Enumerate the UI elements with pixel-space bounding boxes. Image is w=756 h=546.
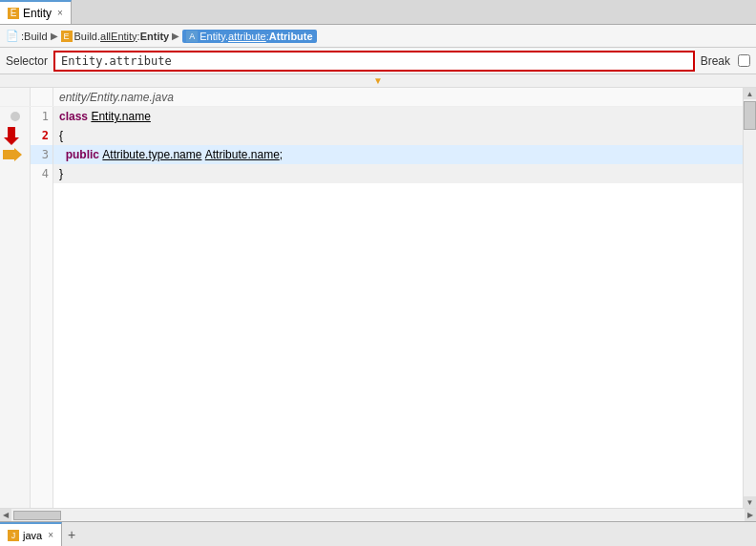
code-row-4: 4 } [0, 164, 743, 183]
scroll-down-icon: ▼ [746, 498, 754, 507]
scroll-up-icon: ▲ [746, 90, 754, 98]
linenum-1: 1 [31, 107, 53, 126]
linenum-filename [31, 88, 53, 106]
current-line-arrow-icon [3, 148, 22, 161]
linenum-2: 2 [31, 126, 53, 145]
svg-marker-1 [3, 148, 22, 161]
java-tab-label: java [23, 530, 42, 541]
code-empty-space [0, 183, 743, 508]
gutter-2 [0, 126, 31, 145]
code-empty [53, 183, 743, 508]
scrollbar-track [744, 130, 756, 496]
breadcrumb-item-attribute[interactable]: A Entity.attribute:Attribute [182, 30, 316, 43]
breadcrumb-sep-2: ▶ [172, 31, 179, 41]
scroll-right-icon: ▶ [747, 511, 753, 519]
dropdown-arrow-icon: ▼ [373, 75, 383, 86]
code-with-scroll: entity/Entity.name.java 1 class Entity.n… [0, 88, 756, 508]
selector-input[interactable] [53, 51, 695, 72]
svg-marker-0 [4, 127, 19, 145]
code-content: entity/Entity.name.java 1 class Entity.n… [0, 88, 743, 508]
code-line-4: } [53, 164, 63, 183]
horizontal-scrollbar[interactable]: ◀ ▶ [0, 508, 756, 521]
filename-row: entity/Entity.name.java [0, 88, 743, 107]
code-row-2: 2 { [0, 126, 743, 145]
gutter-3 [0, 145, 31, 164]
red-arrow-icon [2, 126, 21, 145]
breadcrumb-build-label: :Build [21, 31, 48, 42]
tab-close-button[interactable]: × [57, 8, 63, 18]
scrollbar-right-button[interactable]: ▶ [745, 509, 756, 521]
code-line-3: public Attribute.type.name Attribute.nam… [53, 145, 743, 164]
scrollbar-h-thumb[interactable] [13, 511, 61, 520]
java-tab-close[interactable]: × [48, 530, 53, 540]
linenum-3: 3 [31, 145, 53, 164]
code-row-3: 3 public Attribute.type.name Attribute.n… [0, 145, 743, 164]
scrollbar-down-button[interactable]: ▼ [744, 496, 756, 508]
bottom-tab-bar: J java × + [0, 521, 756, 546]
gutter-filename [0, 88, 31, 106]
tab-label: Entity [23, 7, 52, 20]
breakpoint-1[interactable] [10, 112, 20, 121]
break-label: Break [701, 54, 730, 68]
editor-wrapper: entity/Entity.name.java 1 class Entity.n… [0, 88, 756, 521]
gutter-empty [0, 183, 31, 508]
code-line-1: class Entity.name [53, 107, 151, 126]
tab-bar: E Entity × [0, 0, 756, 25]
selector-label: Selector [6, 54, 48, 68]
break-checkbox[interactable] [738, 54, 750, 67]
build-icon: 📄 [6, 30, 19, 42]
tab-icon: E [8, 8, 19, 19]
java-tab[interactable]: J java × [0, 522, 62, 546]
code-row-1: 1 class Entity.name [0, 107, 743, 126]
code-line-2: { [53, 126, 63, 145]
scrollbar-up-button[interactable]: ▲ [744, 88, 756, 99]
linenum-empty [31, 183, 53, 508]
entity-tab[interactable]: E Entity × [0, 0, 72, 24]
vertical-scrollbar[interactable]: ▲ ▼ [743, 88, 756, 508]
entity-breadcrumb-icon: E [61, 31, 73, 42]
gutter-1 [0, 107, 31, 126]
java-tab-icon: J [8, 530, 19, 541]
breadcrumb-bar: 📄 :Build ▶ E Build.allEntity:Entity ▶ A … [0, 25, 756, 48]
linenum-4: 4 [31, 164, 53, 183]
selector-bar: Selector Break [0, 48, 756, 74]
gutter-4 [0, 164, 31, 183]
filename-line: entity/Entity.name.java [53, 88, 174, 107]
breadcrumb-item-entity[interactable]: E Build.allEntity:Entity [61, 31, 170, 42]
breadcrumb-item-build[interactable]: 📄 :Build [6, 30, 48, 42]
scrollbar-thumb[interactable] [744, 101, 756, 130]
add-tab-button[interactable]: + [62, 525, 81, 544]
scrollbar-left-button[interactable]: ◀ [0, 509, 11, 521]
scroll-left-icon: ◀ [3, 511, 9, 519]
breadcrumb-entity-label: Build.allEntity:Entity [74, 31, 170, 42]
main-layout: E Entity × 📄 :Build ▶ E Build.allEntity:… [0, 0, 756, 546]
editor-main: entity/Entity.name.java 1 class Entity.n… [0, 88, 756, 521]
breadcrumb-sep-1: ▶ [51, 31, 58, 41]
breadcrumb-attribute-label: Entity.attribute:Attribute [200, 31, 312, 42]
dropdown-bar: ▼ [0, 74, 756, 88]
attribute-breadcrumb-icon: A [186, 31, 198, 42]
